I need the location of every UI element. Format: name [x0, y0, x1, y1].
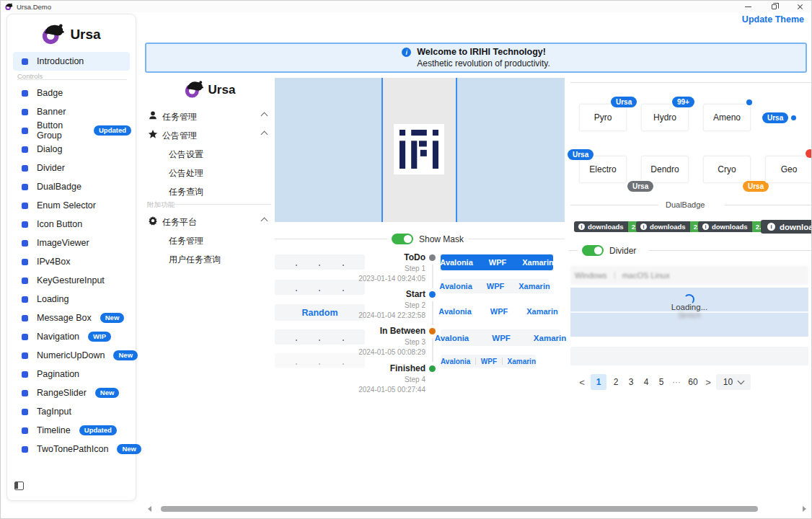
xamarin-button[interactable]: Xamarin [526, 307, 557, 316]
badge-dot [746, 99, 752, 105]
bullet-icon [22, 409, 28, 415]
info-icon: i [402, 48, 411, 57]
sidebar-item[interactable]: KeyGestureInput [13, 271, 131, 290]
xamarin-button[interactable]: Xamarin [534, 334, 566, 342]
sidebar: Ursa Introduction Controls Badge Banner [6, 14, 136, 501]
chevron-up-icon[interactable] [261, 112, 268, 120]
sidebar-item[interactable]: IPv4Box [13, 252, 131, 271]
pagination-page-2[interactable]: 2 [609, 374, 622, 390]
button-group-small: Avalonia WPF Xamarin [441, 355, 536, 368]
scroll-right-arrow[interactable] [803, 506, 806, 512]
wpf-button[interactable]: WPF [490, 307, 508, 316]
image-viewer[interactable] [275, 78, 565, 222]
page-size-select[interactable]: 10 [716, 374, 751, 390]
sidebar-item[interactable]: Message Box New [13, 309, 131, 327]
divider-toggle[interactable] [582, 245, 604, 256]
sidebar-nav-list: Badge Banner Button Group Updated [13, 84, 131, 458]
badge-card-ameno: Ameno [703, 104, 751, 131]
pagination-page-4[interactable]: 4 [640, 374, 653, 390]
page-size-value: 10 [723, 377, 733, 387]
os-label: macOS Linux [622, 271, 670, 280]
update-theme-button[interactable]: Update Theme [742, 14, 804, 25]
sidebar-item-label: Badge [37, 88, 63, 98]
status-badge: Updated [79, 425, 117, 435]
sidebar-item[interactable]: Dialog [13, 140, 131, 159]
divider-line [569, 250, 578, 251]
pagination-ellipsis[interactable]: ··· [669, 374, 684, 390]
sidebar-item[interactable]: Navigation WIP [13, 327, 131, 346]
card-label: Cryo [718, 164, 736, 174]
sidebar-item[interactable]: TagInput [13, 402, 131, 421]
minimize-button[interactable] [743, 2, 752, 11]
sidebar-item-introduction[interactable]: Introduction [13, 52, 130, 71]
sidebar-item[interactable]: Banner [13, 102, 131, 121]
avalonia-button[interactable]: Avalonia [439, 282, 472, 290]
menu-item-announcement-handling[interactable]: 公告处理 [169, 167, 203, 179]
sidebar-item[interactable]: Loading [13, 290, 131, 309]
wpf-button[interactable]: WPF [481, 358, 497, 365]
separator [475, 358, 476, 365]
badge-pill: Ursa [611, 97, 637, 107]
badge-pill-grey: Ursa [627, 181, 653, 192]
pagination-page-1[interactable]: 1 [591, 374, 606, 390]
chevron-up-icon[interactable] [261, 131, 268, 138]
horizontal-scrollbar-thumb[interactable] [161, 506, 758, 512]
pagination-page-3[interactable]: 3 [625, 374, 637, 390]
sidebar-item[interactable]: Pagination [13, 365, 131, 383]
wpf-button[interactable]: WPF [489, 258, 506, 267]
wpf-button[interactable]: WPF [487, 282, 504, 290]
status-badge: New [117, 444, 141, 454]
sidebar-item[interactable]: DualBadge [13, 177, 131, 196]
menu-item-announcement-management[interactable]: 公告管理 [162, 130, 197, 142]
sidebar-item[interactable]: Enum Selector [13, 196, 131, 215]
button-group-solid: Avalonia WPF Xamarin [441, 254, 553, 270]
show-mask-label: Show Mask [419, 234, 464, 244]
menu-item-task-management-2[interactable]: 任务管理 [169, 235, 203, 247]
sidebar-item[interactable]: RangeSlider New [13, 383, 131, 402]
sidebar-item[interactable]: TwoTonePathIcon New [13, 440, 131, 458]
menu-item-task-management[interactable]: 任务管理 [162, 111, 197, 123]
sidebar-collapse-icon[interactable] [14, 482, 24, 490]
sidebar-item[interactable]: Button Group Updated [13, 121, 131, 140]
chevron-up-icon[interactable] [261, 218, 268, 225]
xamarin-button[interactable]: Xamarin [518, 282, 550, 290]
avalonia-button[interactable]: Avalonia [441, 358, 470, 365]
app-window: Ursa.Demo Update Theme Ursa Introduction… [0, 0, 812, 519]
bullet-icon [22, 446, 28, 453]
sidebar-item[interactable]: ImageViewer [13, 234, 131, 252]
sidebar-item[interactable]: Timeline Updated [13, 421, 131, 440]
bullet-icon [22, 315, 28, 321]
menu-item-task-platform[interactable]: 任务平台 [162, 216, 197, 229]
info-icon: i [640, 223, 647, 230]
sidebar-item[interactable]: NumericUpDown New [13, 346, 131, 365]
avalonia-button[interactable]: Avalonia [438, 307, 471, 316]
scroll-left-arrow[interactable] [148, 506, 151, 512]
bullet-icon [22, 203, 28, 209]
avalonia-button[interactable]: Avalonia [440, 258, 472, 267]
xamarin-button[interactable]: Xamarin [522, 258, 553, 267]
pagination-next-button[interactable]: > [702, 374, 714, 390]
xamarin-button[interactable]: Xamarin [508, 358, 536, 365]
person-icon [148, 110, 158, 120]
pagination-page-5[interactable]: 5 [655, 374, 668, 390]
avalonia-button[interactable]: Avalonia [435, 334, 469, 342]
badge-pill: Ursa [568, 149, 593, 160]
info-icon: i [578, 223, 585, 230]
bullet-icon [22, 109, 28, 115]
maximize-button[interactable] [769, 2, 778, 11]
sidebar-item[interactable]: Divider [13, 159, 131, 177]
empty-strip [570, 347, 808, 365]
menu-item-task-query[interactable]: 任务查询 [169, 186, 203, 198]
bullet-icon [22, 334, 28, 340]
show-mask-toggle[interactable] [392, 234, 413, 244]
close-button[interactable] [795, 2, 804, 11]
sidebar-item[interactable]: Icon Button [13, 215, 131, 234]
bullet-icon [22, 390, 28, 396]
sidebar-item[interactable]: Badge [13, 84, 131, 102]
pagination-page-60[interactable]: 60 [684, 374, 702, 390]
pagination-prev-button[interactable]: < [576, 374, 588, 390]
menu-item-user-task-query[interactable]: 用户任务查询 [169, 254, 221, 266]
wpf-button[interactable]: WPF [492, 334, 511, 342]
menu-item-announcement-settings[interactable]: 公告设置 [169, 148, 203, 161]
sidebar-item-label: IPv4Box [37, 257, 71, 267]
